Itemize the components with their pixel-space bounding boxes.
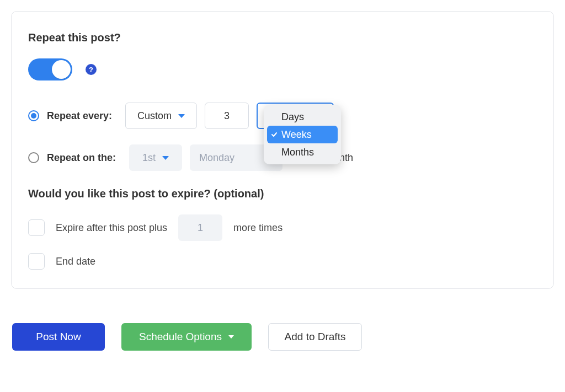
ordinal-value: 1st	[142, 152, 156, 164]
expire-after-checkbox[interactable]	[28, 219, 45, 236]
repeat-settings-card: Repeat this post? ? Repeat every: Custom…	[11, 11, 554, 289]
repeat-section-title: Repeat this post?	[28, 31, 537, 44]
repeat-on-label: Repeat on the:	[47, 152, 116, 164]
unit-option-days[interactable]: Days	[267, 108, 338, 126]
chevron-down-icon	[178, 114, 185, 118]
repeat-toggle-row: ?	[28, 58, 537, 80]
repeat-every-radio[interactable]	[28, 110, 39, 121]
unit-option-months[interactable]: Months	[267, 143, 338, 161]
interval-type-select[interactable]: Custom	[125, 103, 197, 129]
unit-dropdown-menu: Days Weeks Months	[264, 105, 341, 164]
expire-after-row: Expire after this post plus 1 more times	[28, 214, 537, 241]
interval-count-input[interactable]: 3	[205, 103, 249, 129]
expire-section-title: Would you like this post to expire? (opt…	[28, 187, 537, 200]
help-icon[interactable]: ?	[86, 64, 97, 75]
interval-count-value: 3	[224, 110, 230, 122]
unit-option-label: Weeks	[281, 129, 312, 141]
end-date-row: End date	[28, 253, 537, 270]
repeat-toggle[interactable]	[28, 58, 72, 80]
unit-option-weeks[interactable]: Weeks	[267, 126, 338, 143]
post-now-label: Post Now	[36, 331, 81, 343]
expire-after-prefix: Expire after this post plus	[56, 222, 167, 234]
unit-option-label: Days	[281, 111, 304, 123]
post-now-button[interactable]: Post Now	[12, 323, 105, 351]
footer-actions: Post Now Schedule Options Add to Drafts	[11, 323, 554, 351]
check-icon	[270, 131, 278, 138]
repeat-every-label: Repeat every:	[47, 110, 112, 122]
unit-option-label: Months	[281, 147, 314, 158]
add-to-drafts-label: Add to Drafts	[285, 331, 346, 343]
expire-after-count-value: 1	[198, 222, 203, 234]
expire-after-suffix: more times	[233, 222, 282, 234]
schedule-options-label: Schedule Options	[139, 331, 222, 343]
toggle-knob	[52, 60, 71, 79]
weekday-value: Monday	[199, 152, 234, 164]
add-to-drafts-button[interactable]: Add to Drafts	[268, 323, 362, 351]
schedule-options-button[interactable]: Schedule Options	[121, 323, 252, 351]
repeat-on-radio[interactable]	[28, 152, 39, 163]
interval-type-value: Custom	[137, 110, 172, 122]
end-date-checkbox[interactable]	[28, 253, 45, 270]
chevron-down-icon	[228, 335, 234, 339]
ordinal-select[interactable]: 1st	[129, 144, 182, 171]
radio-selected-dot	[31, 113, 36, 119]
chevron-down-icon	[162, 156, 169, 160]
end-date-label: End date	[56, 256, 95, 267]
expire-after-count-input[interactable]: 1	[178, 214, 222, 241]
